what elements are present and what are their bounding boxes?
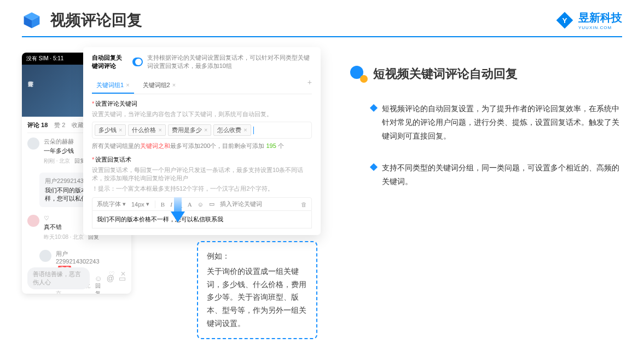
emoji-button[interactable]: ☺ (198, 201, 204, 208)
example-body: 关于询价的设置成一组关键词，多少钱、什么价格，费用多少等。关于咨询班型、版本、型… (207, 265, 308, 330)
reply-label: *设置回复话术 (92, 156, 312, 164)
editor-toolbar: 系统字体 ▾ 14px ▾ B I U A ☺ ▭ 插入评论关键词 🗑 (92, 197, 312, 211)
header-divider (22, 36, 622, 37)
section-title: 短视频关键词评论自动回复 (373, 66, 518, 82)
left-column: 没有 SIM · 5:11 身你还有没有 评论 18 赞 2 收藏 云朵的赫赫 … (22, 47, 317, 188)
settings-panel: 自动回复关键词评论 支持根据评论的关键词设置回复话术，可以针对不同类型关键词设置… (83, 47, 321, 235)
avatar (39, 250, 51, 262)
size-select[interactable]: 14px ▾ (131, 201, 149, 208)
settings-title: 自动回复关键词评论 (92, 54, 128, 70)
bubble-icon (350, 66, 367, 82)
chevron-down-icon: ▾ (146, 201, 149, 208)
comment-input-row: 善语结善缘，恶言伤人心 ☺ @ ▭ (27, 267, 126, 289)
insert-keyword-button[interactable]: 插入评论关键词 (220, 200, 262, 208)
delete-button[interactable]: 🗑 (301, 201, 307, 208)
keyword-tab-2[interactable]: 关键词组2× (138, 78, 181, 94)
keyword-chip[interactable]: 费用是多少× (168, 124, 211, 136)
keyword-label: *设置评论关键词 (92, 100, 312, 108)
settings-desc: 支持根据评论的关键词设置回复话术，可以针对不同类型关键词设置回复话术，最多添加1… (147, 54, 312, 70)
close-icon[interactable]: × (172, 82, 176, 88)
cube-icon (22, 10, 42, 30)
at-icon[interactable]: @ (107, 274, 114, 283)
reply-hint: 设置回复话术，每回复一个用户评论只发送一条话术，最多支持设置10条不同话术，按添… (92, 166, 312, 182)
keyword-tab-1[interactable]: 关键词组1× (92, 78, 134, 94)
bold-button[interactable]: B (161, 201, 165, 208)
title-group: 视频评论回复 (22, 10, 142, 31)
comment-time: 刚刚 · 北京 (44, 157, 70, 165)
image-icon[interactable]: ▭ (119, 274, 126, 283)
avatar (27, 138, 39, 150)
keyword-group-tabs: 关键词组1× 关键词组2× + (92, 78, 312, 94)
keyword-chip[interactable]: 怎么收费× (213, 124, 251, 136)
image-button[interactable]: ▭ (209, 201, 214, 208)
comment-user: 用户2299214302243 (56, 250, 100, 265)
close-icon[interactable]: × (126, 82, 129, 88)
bullet-text: 短视频评论的自动回复设置，为了提升作者的评论回复效率，在系统中针对常见的评论用户… (382, 102, 622, 144)
bullet-item: 短视频评论的自动回复设置，为了提升作者的评论回复效率，在系统中针对常见的评论用户… (371, 102, 622, 144)
header: 视频评论回复 Y 昱新科技 YUUXIN.COM (0, 0, 644, 36)
bullet-text: 支持不同类型的关键词分组，同一类问题，可设置多个相近的、高频的关键词。 (382, 161, 622, 188)
brand-domain: YUUXIN.COM (578, 25, 622, 30)
keyword-count: 所有关键词组里的关键词之和最多可添加200个，目前剩余可添加 195 个 (92, 142, 312, 150)
keyword-chip-input[interactable]: 多少钱× 什么价格× 费用是多少× 怎么收费× (92, 122, 312, 139)
svg-text:Y: Y (562, 16, 567, 25)
diamond-bullet-icon (370, 163, 378, 170)
page-title: 视频评论回复 (50, 10, 142, 31)
brand-name: 昱新科技 (578, 10, 622, 25)
keyword-hint: 设置关键词，当评论里内容包含了以下关键词，则系统可自动回复。 (92, 110, 312, 118)
color-button[interactable]: A (188, 201, 192, 208)
keyword-chip[interactable]: 多少钱× (95, 124, 126, 136)
tab-favs[interactable]: 收藏 (72, 121, 84, 129)
comment-time: 昨天10:08 · 北京 (44, 233, 84, 241)
logo-diamond-icon: Y (555, 11, 574, 30)
chevron-down-icon: ▾ (123, 201, 126, 208)
keyword-chip[interactable]: 什么价格× (128, 124, 165, 136)
reply-editor[interactable]: 我们不同的版本价格不一样，您可以私信联系我 (92, 211, 312, 228)
right-column: 短视频关键词评论自动回复 短视频评论的自动回复设置，为了提升作者的评论回复效率，… (339, 47, 622, 188)
comment-input[interactable]: 善语结善缘，恶言伤人心 (27, 267, 90, 289)
emoji-icon[interactable]: ☺ (94, 274, 102, 283)
avatar (27, 215, 39, 227)
input-cursor (253, 127, 254, 134)
diamond-bullet-icon (370, 104, 378, 112)
auto-reply-toggle[interactable] (132, 58, 143, 66)
section-header: 短视频关键词评论自动回复 (350, 66, 622, 82)
example-title: 例如： (207, 250, 308, 263)
example-box: 例如： 关于询价的设置成一组关键词，多少钱、什么价格，费用多少等。关于咨询班型、… (197, 241, 317, 339)
reply-hint-2: ！提示：一个富文本框最多支持512个字符，一个汉字占用2个字符。 (92, 185, 312, 193)
add-tab-button[interactable]: + (308, 78, 312, 94)
arrow-icon (171, 197, 185, 224)
tab-likes[interactable]: 赞 2 (54, 121, 65, 129)
font-select[interactable]: 系统字体 ▾ (97, 200, 126, 208)
tab-comments[interactable]: 评论 18 (27, 121, 48, 129)
bullet-item: 支持不同类型的关键词分组，同一类问题，可设置多个相近的、高频的关键词。 (371, 161, 622, 188)
brand-logo: Y 昱新科技 YUUXIN.COM (555, 10, 622, 30)
